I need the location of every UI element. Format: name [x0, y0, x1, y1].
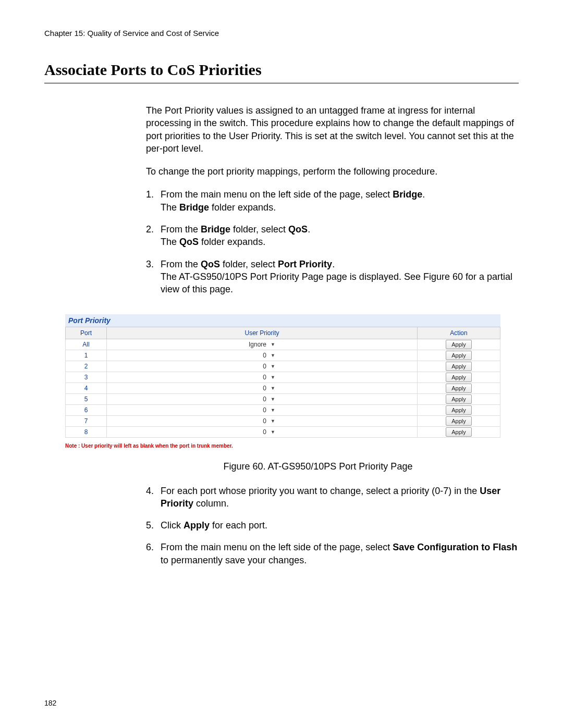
- procedure-step: 1.From the main menu on the left side of…: [146, 188, 519, 214]
- apply-button[interactable]: Apply: [446, 394, 472, 404]
- step-body: From the main menu on the left side of t…: [161, 541, 519, 566]
- chevron-down-icon[interactable]: ▼: [271, 429, 275, 435]
- apply-button[interactable]: Apply: [446, 340, 472, 349]
- action-cell: Apply: [418, 393, 500, 404]
- port-priority-title: Port Priority: [65, 314, 500, 327]
- apply-button[interactable]: Apply: [446, 427, 472, 437]
- chevron-down-icon[interactable]: ▼: [271, 397, 275, 402]
- body-content: The Port Priority values is assigned to …: [146, 104, 519, 296]
- col-header-user-priority: User Priority: [107, 327, 418, 339]
- user-priority-cell: 0▼: [107, 415, 418, 426]
- table-row: 80▼Apply: [66, 426, 500, 437]
- chevron-down-icon[interactable]: ▼: [271, 386, 275, 391]
- priority-value: 0: [249, 396, 266, 403]
- port-cell: 3: [66, 372, 107, 382]
- user-priority-cell: Ignore▼: [107, 339, 418, 350]
- user-priority-cell: 0▼: [107, 404, 418, 415]
- chevron-down-icon[interactable]: ▼: [271, 375, 275, 380]
- priority-value: 0: [249, 406, 266, 414]
- step-number: 5.: [146, 519, 161, 532]
- apply-button[interactable]: Apply: [446, 373, 472, 382]
- priority-value: 0: [249, 417, 266, 425]
- bold-term: User Priority: [161, 486, 500, 509]
- port-priority-figure: Port Priority Port User Priority Action …: [65, 314, 500, 438]
- table-row: 50▼Apply: [66, 393, 500, 404]
- procedure-steps-top: 1.From the main menu on the left side of…: [146, 188, 519, 295]
- port-cell: All: [66, 339, 107, 350]
- bold-term: Port Priority: [278, 259, 332, 269]
- table-row: 40▼Apply: [66, 382, 500, 393]
- port-cell: 7: [66, 415, 107, 426]
- user-priority-cell: 0▼: [107, 361, 418, 372]
- procedure-step: 5.Click Apply for each port.: [146, 519, 519, 532]
- bold-term: Bridge: [179, 202, 209, 213]
- table-row: 60▼Apply: [66, 404, 500, 415]
- table-header-row: Port User Priority Action: [66, 327, 500, 339]
- step-number: 2.: [146, 223, 161, 249]
- procedure-step: 3.From the QoS folder, select Port Prior…: [146, 258, 519, 296]
- port-cell: 5: [66, 393, 107, 404]
- step-number: 4.: [146, 485, 161, 510]
- priority-value: 0: [249, 428, 266, 436]
- col-header-action: Action: [418, 327, 500, 339]
- chevron-down-icon[interactable]: ▼: [271, 342, 275, 347]
- intro-paragraph: The Port Priority values is assigned to …: [146, 104, 519, 155]
- chapter-header: Chapter 15: Quality of Service and Cost …: [44, 29, 519, 38]
- user-priority-cell: 0▼: [107, 350, 418, 361]
- figure-caption: Figure 60. AT-GS950/10PS Port Priority P…: [146, 461, 490, 472]
- priority-value: 0: [249, 352, 266, 359]
- step-line: From the main menu on the left side of t…: [161, 188, 519, 201]
- priority-value: Ignore: [249, 341, 266, 348]
- chevron-down-icon[interactable]: ▼: [271, 418, 275, 424]
- bold-term: Apply: [183, 520, 210, 530]
- apply-button[interactable]: Apply: [446, 416, 472, 426]
- port-priority-table: Port User Priority Action AllIgnore▼Appl…: [65, 327, 500, 438]
- section-title: Associate Ports to CoS Priorities: [44, 61, 519, 83]
- port-priority-note: Note : User priority will left as blank …: [65, 443, 519, 449]
- priority-value: 0: [249, 363, 266, 370]
- step-body: Click Apply for each port.: [161, 519, 519, 532]
- action-cell: Apply: [418, 404, 500, 415]
- apply-button[interactable]: Apply: [446, 362, 472, 371]
- user-priority-cell: 0▼: [107, 426, 418, 437]
- priority-value: 0: [249, 374, 266, 381]
- action-cell: Apply: [418, 426, 500, 437]
- step-body: From the QoS folder, select Port Priorit…: [161, 258, 519, 296]
- port-cell: 4: [66, 382, 107, 393]
- body-content-lower: 4.For each port whose priority you want …: [146, 485, 519, 566]
- bold-term: Save Configuration to Flash: [393, 542, 517, 552]
- step-line: For each port whose priority you want to…: [161, 485, 519, 510]
- table-row: 20▼Apply: [66, 361, 500, 372]
- port-cell: 6: [66, 404, 107, 415]
- procedure-steps-bottom: 4.For each port whose priority you want …: [146, 485, 519, 566]
- apply-button[interactable]: Apply: [446, 405, 472, 415]
- priority-value: 0: [249, 385, 266, 392]
- user-priority-cell: 0▼: [107, 382, 418, 393]
- action-cell: Apply: [418, 415, 500, 426]
- port-cell: 8: [66, 426, 107, 437]
- step-number: 3.: [146, 258, 161, 296]
- bold-term: QoS: [179, 237, 199, 247]
- col-header-port: Port: [66, 327, 107, 339]
- chevron-down-icon[interactable]: ▼: [271, 353, 275, 358]
- table-row: 10▼Apply: [66, 350, 500, 361]
- step-line: The Bridge folder expands.: [161, 201, 519, 214]
- step-line: From the QoS folder, select Port Priorit…: [161, 258, 519, 270]
- chevron-down-icon[interactable]: ▼: [271, 364, 275, 369]
- port-cell: 2: [66, 361, 107, 372]
- table-row: AllIgnore▼Apply: [66, 339, 500, 350]
- port-cell: 1: [66, 350, 107, 361]
- user-priority-cell: 0▼: [107, 372, 418, 382]
- action-cell: Apply: [418, 372, 500, 382]
- bold-term: QoS: [201, 259, 220, 269]
- apply-button[interactable]: Apply: [446, 351, 472, 360]
- apply-button[interactable]: Apply: [446, 384, 472, 393]
- bold-term: Bridge: [201, 224, 230, 235]
- action-cell: Apply: [418, 361, 500, 372]
- action-cell: Apply: [418, 350, 500, 361]
- chevron-down-icon[interactable]: ▼: [271, 408, 275, 413]
- procedure-step: 2.From the Bridge folder, select QoS.The…: [146, 223, 519, 249]
- bold-term: Bridge: [393, 189, 422, 200]
- step-line: Click Apply for each port.: [161, 519, 519, 532]
- table-row: 30▼Apply: [66, 372, 500, 382]
